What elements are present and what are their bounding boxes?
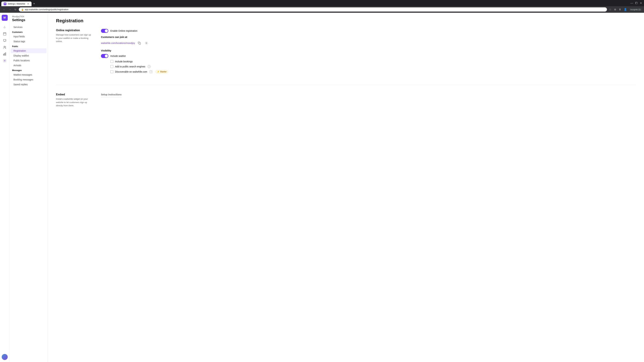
tab-favicon: M	[4, 2, 6, 5]
sidebar-section-customers: Customers	[10, 30, 48, 34]
user-name: Moodjoy7434	[12, 15, 45, 18]
enable-registration-label: Enable Online registration	[110, 29, 137, 32]
section-info-online-reg: Online registration Manage how customers…	[56, 29, 93, 77]
maximize-button[interactable]: ⧠	[635, 2, 638, 5]
svg-rect-6	[4, 53, 5, 55]
main-content: Registration Online registration Manage …	[48, 13, 644, 362]
user-avatar[interactable]	[2, 354, 8, 360]
search-engines-row: Add to public search engines ?	[101, 65, 636, 68]
copy-url-button[interactable]	[137, 40, 142, 46]
section-name-embed: Embed	[56, 93, 93, 96]
search-engines-checkbox[interactable]	[110, 65, 113, 68]
include-waitlist-toggle[interactable]	[101, 54, 108, 58]
sidebar-item-waitlist-messages[interactable]: Waitlist messages	[11, 72, 46, 77]
download-icon[interactable]: ⬇	[618, 7, 622, 12]
nav-settings-icon[interactable]	[2, 58, 8, 64]
nav-home-icon[interactable]: ⌂	[2, 24, 8, 30]
sidebar-item-status-tags[interactable]: Status tags	[11, 39, 46, 44]
section-info-embed: Embed Install a waitwhile widget on your…	[56, 93, 93, 107]
nav-users-icon[interactable]	[2, 44, 8, 50]
section-desc-embed: Install a waitwhile widget on your websi…	[56, 97, 93, 107]
embed-section: Embed Install a waitwhile widget on your…	[56, 93, 636, 115]
address-bar[interactable]: 🔒 app.waitwhile.com/settings/public/regi…	[19, 7, 607, 11]
sidebar-section-messages: Messages	[10, 68, 48, 72]
svg-point-8	[4, 60, 5, 61]
discoverable-help-icon[interactable]: ?	[150, 70, 152, 73]
app-container: M ⌂	[0, 13, 644, 362]
search-engines-label: Add to public search engines	[115, 65, 145, 68]
visibility-section: Visibility Include waitlist	[101, 49, 636, 73]
svg-point-10	[146, 43, 147, 43]
app-logo[interactable]: M	[2, 15, 8, 21]
include-bookings-row: Include bookings	[101, 60, 636, 63]
discoverable-checkbox[interactable]	[110, 70, 113, 73]
sidebar-item-services[interactable]: Services	[11, 25, 46, 29]
browser-toolbar: ← → ↻ 🔒 app.waitwhile.com/settings/publi…	[0, 6, 644, 13]
section-desc-online-reg: Manage how customers can sign up to your…	[56, 33, 93, 43]
profile-icon[interactable]: 👤	[623, 7, 628, 12]
include-bookings-checkbox[interactable]	[110, 60, 113, 63]
refresh-button[interactable]: ↻	[14, 7, 18, 11]
sidebar-item-public-locations[interactable]: Public locations	[11, 58, 46, 63]
settings-url-button[interactable]	[144, 40, 149, 46]
sidebar-item-booking-messages[interactable]: Booking messages	[11, 77, 46, 82]
visibility-items: Include bookings Add to public search en…	[101, 60, 636, 73]
svg-rect-0	[3, 33, 6, 35]
online-registration-section: Online registration Manage how customers…	[56, 29, 636, 85]
enable-registration-toggle[interactable]	[101, 29, 108, 33]
active-tab[interactable]: M Settings | Waitwhile ✕	[1, 1, 32, 6]
settings-sidebar: Moodjoy7434 Settings Services Customers …	[10, 13, 48, 362]
extensions-icon[interactable]: ⊕	[613, 7, 617, 12]
incognito-badge: Incognito (2)	[629, 8, 642, 11]
url-display: waitwhile.com/locations/moodjoy	[101, 40, 636, 46]
sidebar-item-registration[interactable]: Registration	[11, 48, 46, 53]
browser-tabs: M Settings | Waitwhile ✕ +	[0, 0, 38, 6]
forward-button[interactable]: →	[8, 7, 12, 11]
include-waitlist-label: Include waitlist	[110, 55, 126, 57]
bookmark-icon[interactable]: ☆	[608, 7, 612, 12]
starter-badge: ⚡ Starter	[156, 70, 168, 73]
window-controls: — ⧠ ✕	[628, 0, 644, 6]
join-url-title: Customers can join at	[101, 35, 636, 38]
setup-instructions-link[interactable]: Setup instructions	[101, 93, 122, 97]
include-bookings-label: Include bookings	[115, 60, 133, 63]
new-tab-button[interactable]: +	[32, 1, 36, 6]
sidebar-item-saved-replies[interactable]: Saved replies	[11, 82, 46, 87]
close-button[interactable]: ✕	[640, 1, 642, 5]
sidebar-section-public: Public	[10, 44, 48, 48]
toolbar-actions: ☆ ⊕ ⬇ 👤 Incognito (2)	[608, 7, 642, 12]
icon-bar: M ⌂	[0, 13, 10, 362]
sidebar-item-input-fields[interactable]: Input fields	[11, 34, 46, 39]
tab-title: Settings | Waitwhile	[8, 3, 26, 5]
include-waitlist-row: Include waitlist	[101, 54, 636, 58]
discoverable-label: Discoverable on waitwhile.com	[115, 70, 147, 73]
nav-calendar-icon[interactable]	[2, 31, 8, 37]
join-url-section: Customers can join at waitwhile.com/loca…	[101, 35, 636, 46]
sidebar-item-display-waitlist[interactable]: Display waitlist	[11, 53, 46, 58]
tab-close-button[interactable]: ✕	[27, 3, 29, 5]
registration-url[interactable]: waitwhile.com/locations/moodjoy	[101, 42, 135, 44]
address-text: app.waitwhile.com/settings/public/regist…	[25, 8, 604, 11]
section-controls-embed: Setup instructions	[101, 93, 636, 107]
svg-rect-7	[5, 53, 6, 55]
svg-rect-5	[3, 54, 4, 55]
discoverable-row: Discoverable on waitwhile.com ? ⚡ Starte…	[101, 70, 636, 73]
back-button[interactable]: ←	[2, 7, 6, 11]
svg-point-4	[4, 46, 5, 47]
nav-chat-icon[interactable]	[2, 37, 8, 43]
browser-chrome: M Settings | Waitwhile ✕ + — ⧠ ✕ ← → ↻ 🔒…	[0, 0, 644, 13]
search-engines-help-icon[interactable]: ?	[148, 65, 150, 68]
visibility-title: Visibility	[101, 49, 636, 52]
sidebar-item-arrivals[interactable]: Arrivals	[11, 63, 46, 68]
settings-heading: Settings	[12, 18, 45, 22]
minimize-button[interactable]: —	[630, 2, 633, 5]
user-header: Moodjoy7434 Settings	[10, 15, 48, 25]
svg-rect-9	[139, 43, 141, 44]
enable-registration-row: Enable Online registration	[101, 29, 636, 33]
section-controls-online-reg: Enable Online registration Customers can…	[101, 29, 636, 77]
page-title: Registration	[56, 18, 636, 23]
nav-analytics-icon[interactable]	[2, 51, 8, 57]
section-name-online-reg: Online registration	[56, 29, 93, 32]
